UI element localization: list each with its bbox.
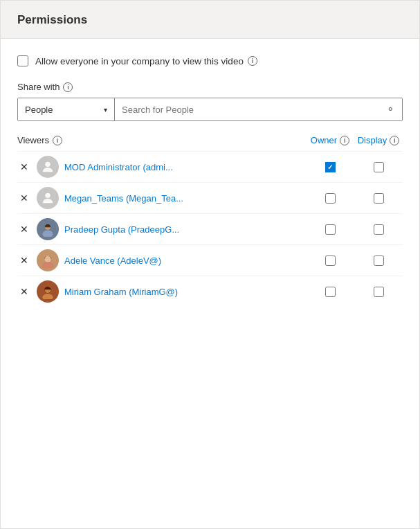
svg-point-1 [45, 193, 50, 198]
owner-info-icon: i [340, 136, 349, 145]
display-checkbox-cell [354, 162, 403, 172]
search-input[interactable] [122, 105, 382, 115]
avatar [37, 156, 59, 178]
remove-button[interactable]: ✕ [17, 253, 31, 267]
svg-rect-5 [45, 226, 51, 227]
owner-checkbox-cell [306, 162, 354, 172]
remove-button[interactable]: ✕ [17, 160, 31, 174]
panel-header: Permissions [1, 1, 419, 39]
svg-point-0 [45, 162, 50, 167]
allow-everyone-label: Allow everyone in your company to view t… [35, 56, 257, 66]
table-row: ✕ Megan_Teams (Megan_Tea... [17, 182, 403, 213]
share-with-info-icon: i [63, 82, 73, 92]
panel-body: Allow everyone in your company to view t… [1, 39, 419, 323]
display-checkbox-cell [354, 224, 403, 235]
owner-checkbox[interactable] [325, 224, 336, 235]
display-checkbox[interactable] [374, 287, 384, 297]
viewers-header-label: Viewers i [17, 135, 306, 145]
dropdown-value: People [25, 105, 53, 115]
display-col-header: Display i [354, 135, 403, 145]
table-row: ✕ Adele Vance (AdeleV@) [17, 244, 403, 276]
viewer-name: Adele Vance (AdeleV@) [64, 255, 161, 266]
avatar [37, 218, 59, 240]
viewers-info-icon: i [53, 136, 62, 145]
owner-checkbox-cell [306, 287, 354, 297]
remove-button[interactable]: ✕ [17, 285, 31, 298]
remove-button[interactable]: ✕ [17, 191, 31, 205]
svg-point-3 [42, 230, 53, 237]
table-row: ✕ Pradeep Gupta (PradeepG... [17, 213, 403, 244]
table-row: ✕ Miriam Graham (MiriamG@) [17, 276, 403, 307]
owner-checkbox[interactable] [325, 255, 336, 266]
share-with-controls: People ▾ ⚬ [17, 98, 403, 121]
svg-point-8 [45, 256, 51, 262]
viewers-section: Viewers i Owner i Display i ✕ [17, 135, 403, 307]
viewer-left: ✕ MOD Administrator (admi... [17, 156, 306, 178]
share-with-label: Share with i [17, 82, 403, 92]
owner-checkbox-cell [306, 224, 354, 235]
viewer-left: ✕ Megan_Teams (Megan_Tea... [17, 187, 306, 209]
viewer-name: Megan_Teams (Megan_Tea... [64, 193, 183, 204]
chevron-down-icon: ▾ [104, 106, 107, 114]
search-icon[interactable]: ⚬ [386, 103, 395, 116]
owner-checkbox[interactable] [325, 193, 336, 204]
remove-button[interactable]: ✕ [17, 222, 31, 236]
allow-everyone-checkbox[interactable] [17, 55, 28, 66]
display-info-icon: i [390, 136, 399, 145]
display-checkbox[interactable] [374, 193, 384, 204]
avatar [37, 249, 59, 271]
viewer-name: Pradeep Gupta (PradeepG... [64, 224, 179, 235]
display-checkbox[interactable] [374, 255, 384, 266]
owner-col-header: Owner i [306, 135, 354, 145]
viewer-left: ✕ Pradeep Gupta (PradeepG... [17, 218, 306, 240]
table-row: ✕ MOD Administrator (admi... [17, 151, 403, 182]
viewers-header: Viewers i Owner i Display i [17, 135, 403, 148]
search-wrapper: ⚬ [115, 98, 402, 120]
viewer-left: ✕ Miriam Graham (MiriamG@) [17, 280, 306, 303]
owner-checkbox-cell [306, 255, 354, 266]
share-with-section: Share with i People ▾ ⚬ [17, 82, 403, 121]
display-checkbox-cell [354, 287, 403, 297]
owner-checkbox-cell [306, 193, 354, 204]
avatar [37, 187, 59, 209]
viewer-left: ✕ Adele Vance (AdeleV@) [17, 249, 306, 271]
display-checkbox-cell [354, 193, 403, 204]
display-checkbox[interactable] [374, 162, 384, 172]
panel-title: Permissions [17, 13, 403, 27]
owner-checkbox[interactable] [325, 287, 336, 297]
permissions-panel: Permissions Allow everyone in your compa… [0, 0, 420, 529]
people-dropdown[interactable]: People ▾ [18, 98, 115, 120]
viewer-name: Miriam Graham (MiriamG@) [64, 287, 178, 297]
viewer-name: MOD Administrator (admi... [64, 162, 173, 172]
display-checkbox-cell [354, 255, 403, 266]
owner-checked-icon [325, 162, 336, 172]
avatar [37, 280, 59, 303]
allow-everyone-row: Allow everyone in your company to view t… [17, 55, 403, 66]
allow-everyone-info-icon: i [248, 56, 257, 66]
display-checkbox[interactable] [374, 224, 384, 235]
